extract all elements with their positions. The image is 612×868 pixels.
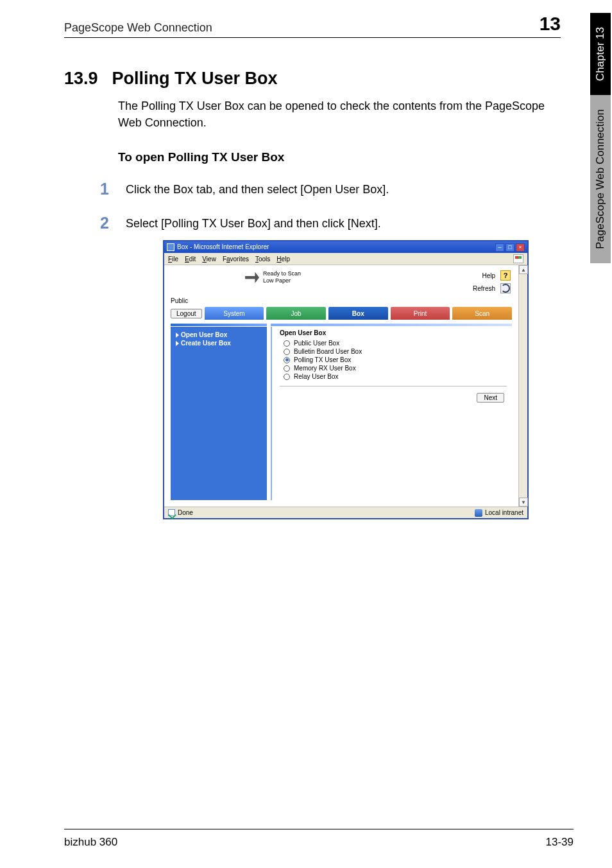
- section-number: 13.9: [64, 69, 98, 89]
- window-title: Box - Microsoft Internet Explorer: [177, 243, 269, 250]
- minimize-button[interactable]: –: [495, 243, 504, 252]
- menu-file[interactable]: File: [168, 256, 178, 263]
- tab-job[interactable]: Job: [266, 307, 326, 320]
- tab-system[interactable]: System: [205, 307, 264, 320]
- step-1-text: Click the Box tab, and then select [Open…: [126, 180, 389, 196]
- radio-memory-rx-user-box[interactable]: Memory RX User Box: [280, 364, 507, 372]
- close-button[interactable]: ×: [516, 243, 525, 252]
- browser-statusbar: Done Local intranet: [164, 507, 527, 518]
- device-status-row: Ready to Scan Low Paper Help ? Refresh: [164, 265, 518, 296]
- tabs-row: Logout System Job Box Print Scan: [164, 307, 518, 324]
- side-tab-section: PageScope Web Connection: [590, 95, 611, 263]
- step-2-number: 2: [96, 214, 109, 232]
- menu-favorites[interactable]: Favorites: [223, 256, 249, 263]
- help-label: Help: [482, 272, 495, 279]
- windows-flag-icon: [513, 254, 523, 263]
- step-2: 2 Select [Polling TX User Box] and then …: [64, 214, 561, 232]
- browser-screenshot: Box - Microsoft Internet Explorer – □ × …: [163, 240, 529, 519]
- vertical-scrollbar[interactable]: ▲ ▼: [518, 265, 527, 507]
- ie-icon: [167, 243, 174, 251]
- triangle-icon: [176, 341, 179, 346]
- panel-title: Open User Box: [280, 329, 507, 336]
- scroll-up-icon[interactable]: ▲: [519, 265, 528, 274]
- radio-relay-user-box[interactable]: Relay User Box: [280, 372, 507, 381]
- menu-view[interactable]: View: [202, 256, 216, 263]
- subheading: To open Polling TX User Box: [118, 150, 561, 164]
- footer-left: bizhub 360: [64, 836, 117, 849]
- side-open-user-box[interactable]: Open User Box: [176, 331, 262, 339]
- refresh-icon[interactable]: [500, 283, 511, 293]
- side-panel: Open User Box Create User Box: [171, 324, 267, 500]
- statusbar-zone: Local intranet: [485, 509, 523, 516]
- step-1: 1 Click the Box tab, and then select [Op…: [64, 180, 561, 198]
- user-label: Public: [164, 296, 518, 307]
- maximize-button[interactable]: □: [506, 243, 514, 252]
- radio-polling-tx-user-box[interactable]: Polling TX User Box: [280, 356, 507, 364]
- tab-box[interactable]: Box: [328, 307, 388, 320]
- printer-status-icon: [245, 270, 259, 284]
- intro-paragraph: The Polling TX User Box can be opened to…: [118, 98, 561, 131]
- statusbar-done: Done: [178, 509, 193, 516]
- header-left: PageScope Web Connection: [64, 21, 212, 35]
- tab-print[interactable]: Print: [391, 307, 450, 320]
- side-tab-chapter: Chapter 13: [590, 13, 611, 95]
- header-right: 13: [540, 13, 561, 35]
- tab-scan[interactable]: Scan: [452, 307, 512, 320]
- menu-help[interactable]: Help: [276, 256, 290, 263]
- section-heading: 13.9 Polling TX User Box: [64, 69, 561, 89]
- refresh-label: Refresh: [473, 285, 495, 292]
- main-panel: Open User Box Public User Box Bulletin B…: [271, 324, 512, 500]
- browser-menubar: File Edit View Favorites Tools Help: [164, 253, 527, 265]
- logout-button[interactable]: Logout: [171, 309, 202, 318]
- device-status-text: Ready to Scan Low Paper: [263, 270, 301, 285]
- help-icon[interactable]: ?: [500, 270, 511, 281]
- done-icon: [168, 509, 175, 516]
- step-1-number: 1: [96, 180, 109, 198]
- section-title: Polling TX User Box: [112, 69, 278, 89]
- intranet-icon: [475, 509, 482, 517]
- running-header: PageScope Web Connection 13: [64, 13, 561, 38]
- page-footer: bizhub 360 13-39: [64, 829, 574, 849]
- footer-right: 13-39: [546, 836, 574, 849]
- radio-public-user-box[interactable]: Public User Box: [280, 339, 507, 347]
- menu-edit[interactable]: Edit: [185, 256, 196, 263]
- step-2-text: Select [Polling TX User Box] and then cl…: [126, 214, 381, 230]
- side-create-user-box[interactable]: Create User Box: [176, 339, 262, 347]
- window-titlebar: Box - Microsoft Internet Explorer – □ ×: [164, 241, 527, 253]
- next-button[interactable]: Next: [477, 393, 504, 403]
- scroll-down-icon[interactable]: ▼: [519, 498, 528, 507]
- triangle-icon: [176, 333, 179, 338]
- menu-tools[interactable]: Tools: [255, 256, 270, 263]
- radio-bulletin-board-user-box[interactable]: Bulletin Board User Box: [280, 347, 507, 356]
